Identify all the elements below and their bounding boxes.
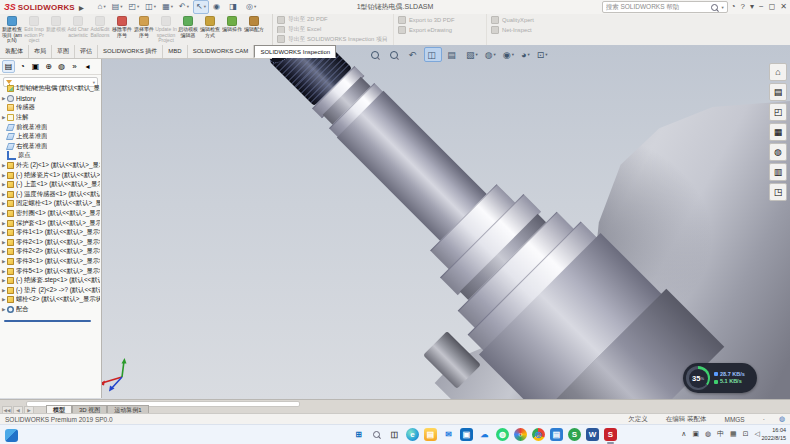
tree-item[interactable]: ▶ 零件5<1> (默认<<默认>_显示状 [0, 266, 100, 276]
tree-item[interactable]: ▶ 右视基准面 [0, 142, 100, 152]
tree-item[interactable]: ▶ 外壳 (2)<1> (默认<<默认>_显示状 [0, 161, 100, 171]
tree-item[interactable]: ▶ 固定螺栓<1> (默认<<默认>_显示 [0, 199, 100, 209]
ribbon-button[interactable]: Edit Inspection Project [23, 14, 45, 45]
taskbar-app-button[interactable]: ☁ [478, 428, 491, 441]
quick-access-button[interactable]: ◉ ▾ [211, 1, 225, 13]
tree-item[interactable]: ▶ 传感器 [0, 103, 100, 113]
dropdown-caret-icon[interactable]: ▾ [187, 1, 189, 13]
dropdown-caret-icon[interactable]: ▾ [120, 1, 122, 13]
ribbon-button[interactable]: 编辑检查方式 [199, 14, 221, 45]
tree-item[interactable]: ▶ 1型铂铑热电偶 (默认<默认_显示状态-1 [0, 84, 100, 94]
status-item[interactable]: · [763, 416, 765, 423]
taskbar-app-button[interactable]: ▤ [424, 428, 437, 441]
search-caret-icon[interactable]: ▾ [721, 5, 723, 10]
tree-item[interactable]: ▶ 零件3<1> (默认<<默认>_显示状 [0, 257, 100, 267]
quick-access-button[interactable]: ▦ ▾ [160, 1, 175, 13]
dropdown-caret-icon[interactable]: ▾ [154, 1, 156, 13]
quick-access-button[interactable]: ⌂ ▾ [96, 1, 108, 13]
heads-up-button[interactable]: ◉ ▾ [501, 48, 516, 61]
panel-tab-icon[interactable]: ◂ [82, 61, 93, 72]
window-control-button[interactable]: ◔ [731, 1, 736, 13]
heads-up-button[interactable]: ▾ [387, 48, 403, 61]
speed-monitor-widget[interactable]: 35% 28.7 KB/s 5.1 KB/s [683, 363, 757, 393]
taskbar-app-button[interactable]: ▣ [460, 428, 473, 441]
command-tab[interactable]: 装配体 [0, 45, 29, 58]
tree-item[interactable]: ▶ (-) 温度传感器<1> (默认<<默认>_ [0, 190, 100, 200]
tray-icon[interactable]: ⊡ [743, 430, 749, 438]
heads-up-button[interactable]: ⊡ ▾ [535, 48, 550, 61]
heads-up-button[interactable]: ◍ ▾ [483, 48, 498, 61]
panel-tab-icon[interactable]: ◍ [56, 61, 67, 72]
taskbar-clock[interactable]: 16:04 2022/8/15 [762, 427, 786, 442]
dropdown-caret-icon[interactable]: ▾ [494, 52, 496, 57]
command-tab[interactable]: SOLIDWORKS 插件 [98, 45, 163, 58]
export-menu-item[interactable]: 导出至 2D PDF [277, 16, 389, 24]
tree-item[interactable]: ▶ 零件2<2> (默认<<默认>_显示状 [0, 247, 100, 257]
rollback-bar[interactable] [4, 320, 91, 322]
tree-item[interactable]: ▶ History [0, 94, 100, 104]
heads-up-button[interactable]: ◕ ▾ [519, 48, 532, 61]
quick-access-button[interactable]: ◫ ▾ [143, 1, 158, 13]
ribbon-button[interactable]: 选择零件序号 [133, 14, 155, 45]
export-menu-item[interactable]: Export eDrawing [398, 26, 482, 34]
tree-item[interactable]: ▶ 上视基准面 [0, 132, 100, 142]
export-menu-item[interactable]: Net-Inspect [491, 26, 567, 34]
heads-up-button[interactable]: ▾ [368, 48, 384, 61]
ribbon-button[interactable]: 启动模板编辑器 [177, 14, 199, 45]
taskbar-app-button[interactable]: S [568, 428, 581, 441]
tray-icon[interactable]: ▦ [730, 430, 737, 438]
export-menu-item[interactable]: 导出至 Excel [277, 26, 389, 34]
export-menu-item[interactable]: 导出至 SOLIDWORKS Inspection 项目 [277, 35, 389, 43]
quick-access-button[interactable]: ↖ ▾ [193, 0, 209, 14]
tree-item[interactable]: ▶ (-) 绝缘套.step<1> (默认<<默认> [0, 276, 100, 286]
dropdown-caret-icon[interactable]: ▾ [545, 52, 547, 57]
taskbar-app-button[interactable]: ◍ [496, 428, 509, 441]
taskbar-app-button[interactable]: ⊞ [352, 428, 365, 441]
tree-item[interactable]: ▶ 原点 [0, 151, 100, 161]
task-pane-button[interactable]: ▦ [769, 123, 787, 141]
dropdown-caret-icon[interactable]: ▾ [171, 1, 173, 13]
dropdown-caret-icon[interactable]: ▾ [527, 52, 529, 57]
export-menu-item[interactable]: QualityXpert [491, 16, 567, 24]
panel-tab-icon[interactable]: ▤ [2, 60, 15, 73]
task-pane-button[interactable]: ◳ [769, 183, 787, 201]
taskbar-app-button[interactable]: ▤ [550, 428, 563, 441]
tree-item[interactable]: ▶ (-) 上盖<1> (默认<<默认>_显示状 [0, 180, 100, 190]
window-control-button[interactable]: ✕ [780, 1, 787, 13]
taskbar-app-button[interactable]: S [604, 428, 617, 441]
ribbon-button[interactable]: Add Characteristic [67, 14, 89, 45]
task-pane-button[interactable]: ▤ [769, 83, 787, 101]
quick-access-button[interactable]: ▤ ▾ [110, 1, 125, 13]
ribbon-button[interactable]: Update Inspection Project [155, 14, 177, 45]
tray-icon[interactable]: ◁ [755, 430, 760, 438]
tree-item[interactable]: ▶ 零件1<1> (默认<<默认>_显示状 [0, 228, 100, 238]
export-menu-item[interactable]: Export to 3D PDF [398, 16, 482, 24]
ribbon-button[interactable]: Add/Edit Balloons [89, 14, 111, 45]
ribbon-button[interactable]: 编辑操作 [221, 14, 243, 45]
taskbar-app-button[interactable] [370, 428, 383, 441]
tree-item[interactable]: ▶ 保护套<1> (默认<<默认>_显示状 [0, 218, 100, 228]
command-tab[interactable]: SOLIDWORKS Inspection [254, 45, 336, 58]
tree-item[interactable]: ▶ 配合 [0, 305, 100, 315]
dropdown-caret-icon[interactable]: ▾ [137, 1, 139, 13]
ribbon-button[interactable]: 新建检查项目 (amp;N) [1, 14, 23, 45]
graphics-viewport[interactable]: 装配体布局草图评估SOLIDWORKS 插件MBDSOLIDWORKS CAMS… [0, 45, 790, 399]
taskbar-app-button[interactable]: ✉ [442, 428, 455, 441]
panel-tab-icon[interactable]: » [69, 61, 80, 72]
window-control-button[interactable]: ? [741, 1, 745, 13]
tree-item[interactable]: ▶ (-) 垫片 (2)<2> ->? (默认<<默认 [0, 285, 100, 295]
tray-icon[interactable]: 中 [717, 429, 724, 439]
task-pane-button[interactable]: ◰ [769, 103, 787, 121]
taskbar-app-button[interactable]: e [406, 428, 419, 441]
tray-icon[interactable]: ∧ [681, 430, 686, 438]
search-icon[interactable] [711, 4, 718, 11]
status-item[interactable]: MMGS [724, 416, 744, 423]
panel-tab-icon[interactable]: ◔ [17, 61, 28, 72]
window-control-button[interactable]: ◻ [769, 1, 776, 13]
tree-item[interactable]: ▶ 零件2<1> (默认<<默认>_显示状 [0, 238, 100, 248]
task-pane-button[interactable]: ▥ [769, 163, 787, 181]
heads-up-button[interactable]: ↶ ▾ [407, 48, 422, 61]
ribbon-button[interactable]: 移除零件序号 [111, 14, 133, 45]
widgets-button[interactable] [5, 429, 18, 442]
dropdown-caret-icon[interactable]: ▾ [103, 1, 105, 13]
